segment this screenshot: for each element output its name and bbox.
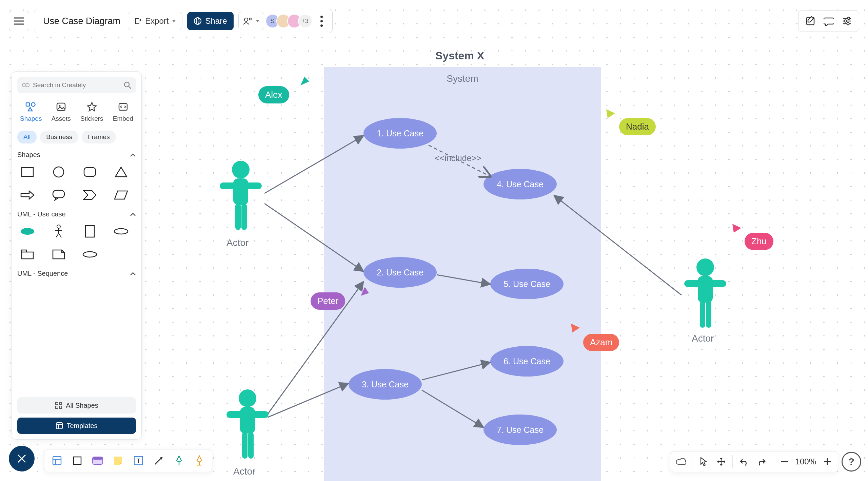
hamburger-menu-button[interactable]: [9, 11, 29, 31]
svg-rect-73: [74, 457, 81, 464]
embed-tab-icon: [117, 101, 129, 113]
shape-rounded-rectangle[interactable]: [80, 164, 99, 180]
pen-tool[interactable]: [171, 452, 188, 469]
shape-circle[interactable]: [49, 164, 68, 180]
export-button[interactable]: Export: [128, 12, 182, 30]
svg-rect-48: [22, 168, 33, 176]
svg-point-53: [57, 225, 60, 228]
text-tool[interactable]: T: [130, 452, 147, 469]
svg-rect-61: [56, 402, 58, 405]
sticky-note-tool[interactable]: [110, 452, 126, 469]
chevron-down-icon: [172, 20, 176, 22]
chip-all[interactable]: All: [17, 131, 37, 143]
search-icon: [124, 81, 131, 89]
globe-icon: [194, 17, 202, 25]
svg-point-39: [22, 83, 26, 87]
chip-frames[interactable]: Frames: [82, 131, 116, 143]
shape-triangle[interactable]: [112, 164, 131, 180]
shape-note[interactable]: [49, 247, 68, 262]
tab-assets[interactable]: Assets: [50, 99, 72, 124]
svg-rect-58: [85, 226, 94, 237]
search-input[interactable]: [33, 81, 120, 89]
svg-rect-65: [56, 423, 62, 429]
comment-icon: [824, 16, 834, 26]
section-uml-usecase-header[interactable]: UML - Use case: [17, 210, 136, 218]
minus-icon: [781, 461, 788, 463]
main-toolbar: Use Case Diagram Export Share S +3: [34, 9, 333, 33]
cursor-tag-zhu: Zhu: [745, 233, 773, 250]
include-label: <<include>>: [435, 153, 481, 163]
cursor-peter: [359, 286, 370, 296]
help-button[interactable]: ?: [842, 452, 861, 472]
select-tool[interactable]: [696, 454, 711, 469]
connector-tool[interactable]: [150, 452, 167, 469]
highlighter-tool[interactable]: [191, 452, 208, 469]
zoom-in-button[interactable]: [820, 454, 835, 469]
frame-tool[interactable]: [48, 452, 65, 469]
top-right-toolbar: [798, 10, 859, 32]
creately-logo-icon: [22, 82, 29, 88]
avatar-more-count[interactable]: +3: [298, 14, 312, 28]
shape-speech-bubble[interactable]: [49, 187, 68, 203]
search-field[interactable]: [17, 77, 136, 93]
comments-button[interactable]: [821, 13, 836, 29]
all-shapes-button[interactable]: All Shapes: [17, 397, 136, 413]
usecase-3[interactable]: 3. Use Case: [349, 369, 422, 400]
shape-ellipse-outline[interactable]: [112, 224, 131, 239]
more-menu-button[interactable]: [317, 16, 326, 27]
settings-button[interactable]: [839, 13, 855, 29]
undo-icon: [739, 458, 749, 466]
zoom-out-button[interactable]: [776, 454, 792, 469]
shape-package[interactable]: [18, 247, 37, 262]
svg-rect-70: [53, 457, 61, 465]
tab-shapes[interactable]: Shapes: [19, 99, 43, 124]
zoom-level[interactable]: 100%: [794, 457, 817, 466]
shape-usecase-ellipse[interactable]: [18, 224, 37, 239]
usecase-6[interactable]: 6. Use Case: [490, 346, 564, 377]
shape-ellipse-outline-2[interactable]: [80, 247, 99, 262]
shape-rectangle[interactable]: [18, 164, 37, 180]
shape-arrow[interactable]: [18, 187, 37, 203]
close-panel-button[interactable]: [9, 446, 35, 472]
shape-system-boundary[interactable]: [80, 224, 99, 239]
svg-point-31: [249, 18, 251, 20]
svg-point-41: [124, 82, 129, 87]
share-button[interactable]: Share: [187, 12, 233, 30]
shape-parallelogram[interactable]: [112, 187, 131, 203]
shape-chevron[interactable]: [80, 187, 99, 203]
usecase-5[interactable]: 5. Use Case: [490, 269, 564, 299]
actor-label-left-bottom: Actor: [233, 466, 255, 477]
templates-button[interactable]: Templates: [17, 418, 136, 434]
chip-business[interactable]: Business: [40, 131, 78, 143]
svg-point-36: [844, 20, 847, 22]
cloud-sync-button[interactable]: [673, 454, 689, 469]
shapes-panel: Shapes Assets Stickers Embed All Busines…: [12, 71, 142, 440]
collaborator-avatars[interactable]: S +3: [269, 14, 312, 28]
svg-point-52: [21, 228, 34, 235]
svg-rect-64: [59, 406, 62, 408]
usecase-2[interactable]: 2. Use Case: [363, 257, 437, 288]
cursor-azam: [570, 323, 580, 333]
section-shapes-header[interactable]: Shapes: [17, 151, 136, 159]
rectangle-tool[interactable]: [69, 452, 86, 469]
document-title[interactable]: Use Case Diagram: [40, 16, 123, 26]
cloud-icon: [675, 458, 686, 466]
system-title: System X: [435, 50, 484, 62]
pan-tool[interactable]: [713, 454, 729, 469]
section-uml-sequence-header[interactable]: UML - Sequence: [17, 270, 136, 277]
chevron-down-icon: [256, 20, 260, 22]
usecase-1[interactable]: 1. Use Case: [363, 118, 437, 149]
usecase-4[interactable]: 4. Use Case: [484, 169, 557, 199]
tab-stickers[interactable]: Stickers: [79, 99, 105, 124]
usecase-7[interactable]: 7. Use Case: [484, 415, 557, 445]
svg-rect-43: [26, 103, 29, 106]
undo-button[interactable]: [736, 454, 752, 469]
edit-button[interactable]: [803, 13, 818, 29]
shape-actor-stick[interactable]: [49, 224, 68, 239]
container-tool[interactable]: [89, 452, 106, 469]
grid-icon: [55, 402, 62, 409]
invite-button[interactable]: [238, 12, 264, 30]
actor-label-left-top: Actor: [226, 237, 249, 248]
tab-embed[interactable]: Embed: [112, 99, 135, 124]
redo-button[interactable]: [754, 454, 769, 469]
